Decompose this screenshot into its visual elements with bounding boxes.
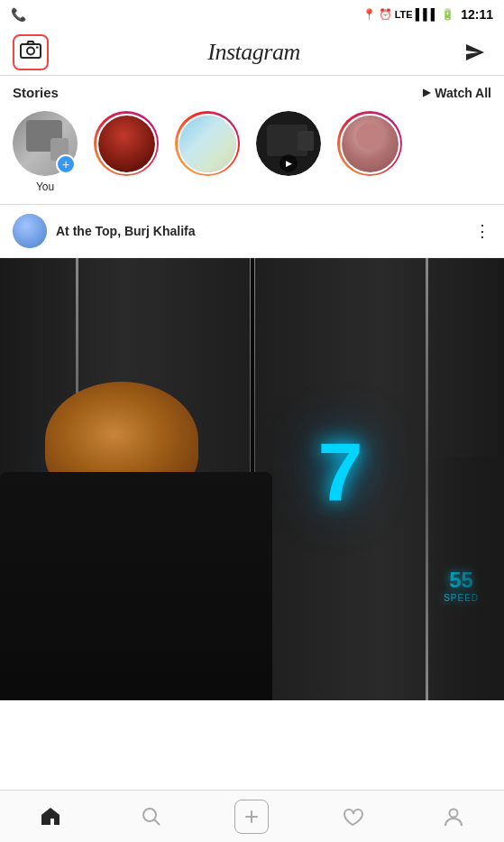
lte-badge: LTE [395, 9, 413, 20]
nav-add[interactable] [226, 797, 277, 837]
story-item-4[interactable] [334, 111, 406, 180]
svg-rect-0 [21, 44, 41, 58]
send-button[interactable] [459, 36, 491, 69]
battery-icon: 🔋 [441, 8, 454, 21]
play-icon: ▶ [423, 87, 430, 98]
location-icon: 📍 [362, 8, 376, 21]
story-avatar-4 [337, 111, 402, 176]
svg-point-1 [27, 47, 34, 54]
person-foreground [0, 382, 302, 700]
nav-search[interactable] [126, 797, 177, 837]
story-ring-1 [94, 111, 159, 176]
signal-icon: ▌▌▌ [416, 8, 439, 21]
svg-rect-2 [36, 46, 39, 48]
stories-header: Stories ▶ Watch All [0, 76, 504, 107]
camera-icon [20, 40, 41, 65]
time-display: 12:11 [461, 7, 493, 22]
camera-button[interactable] [13, 34, 49, 70]
stories-row: + You [0, 107, 504, 205]
post-author-row: At the Top, Burj Khalifa ⋮ [0, 205, 504, 258]
add-post-icon [234, 800, 269, 834]
story-item-you[interactable]: + You [9, 111, 81, 193]
post-more-button[interactable]: ⋮ [474, 223, 491, 239]
alarm-icon: ⏰ [379, 8, 392, 21]
elevator-scene: 7 7 36 METERS 55 SPEED [0, 258, 504, 700]
video-play-badge: ▶ [279, 154, 298, 172]
add-story-badge: + [56, 154, 76, 174]
story-ring-4 [337, 111, 402, 176]
floor-number-7: 7 [317, 426, 362, 519]
svg-point-4 [450, 809, 458, 817]
post-author-avatar [13, 214, 47, 248]
story-avatar-1 [94, 111, 159, 176]
watch-all-button[interactable]: ▶ Watch All [423, 86, 491, 100]
bottom-navigation [0, 790, 504, 842]
story-avatar-you: + [13, 111, 78, 176]
nav-heart[interactable] [327, 797, 378, 837]
top-navigation: Instagram [0, 29, 504, 76]
post-image[interactable]: 7 7 36 METERS 55 SPEED [0, 258, 504, 700]
story-label-you: You [36, 180, 54, 193]
story-item-2[interactable] [171, 111, 243, 180]
status-bar: 📞 📍 ⏰ LTE ▌▌▌ 🔋 12:11 [0, 0, 504, 29]
stories-title: Stories [13, 85, 59, 100]
story-item-1[interactable] [90, 111, 162, 180]
story-avatar-3: ▶ [256, 111, 321, 176]
post-author-name: At the Top, Burj Khalifa [56, 224, 474, 238]
watch-all-label: Watch All [435, 86, 491, 100]
nav-profile[interactable] [428, 797, 479, 837]
nav-home[interactable] [25, 797, 76, 837]
story-item-3[interactable]: ▶ [252, 111, 325, 180]
story-ring-2 [175, 111, 240, 176]
phone-icon: 📞 [11, 7, 26, 22]
story-avatar-2 [175, 111, 240, 176]
app-logo: Instagram [207, 39, 299, 66]
